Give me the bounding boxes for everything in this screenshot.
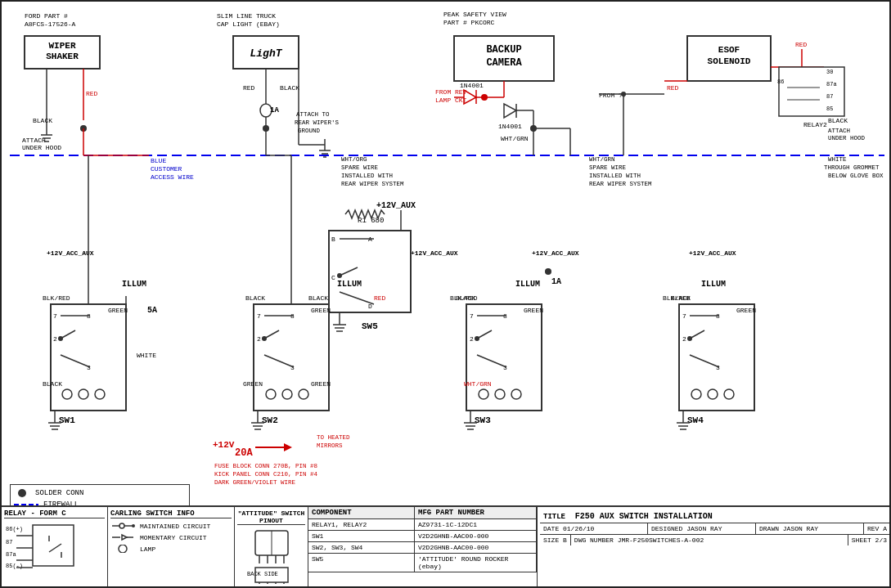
svg-text:GREEN: GREEN [524, 307, 543, 314]
svg-text:REAR WIPER SYSTEM: REAR WIPER SYSTEM [589, 181, 652, 187]
rev-label: REV [867, 525, 883, 532]
svg-point-75 [530, 125, 537, 132]
svg-point-26 [80, 125, 87, 132]
svg-point-254 [119, 545, 127, 553]
svg-text:8: 8 [716, 312, 720, 320]
comp-header-component: COMPONENT [308, 507, 415, 518]
svg-text:87a: 87a [6, 551, 16, 558]
svg-text:BELOW GLOVE BOX: BELOW GLOVE BOX [828, 173, 884, 179]
svg-rect-15 [687, 36, 771, 81]
svg-text:+12V_ACC_AUX: +12V_ACC_AUX [411, 249, 458, 257]
svg-line-157 [264, 330, 279, 339]
svg-point-140 [95, 389, 105, 399]
svg-point-39 [263, 125, 269, 132]
svg-text:FROM ??: FROM ?? [599, 92, 627, 99]
svg-text:8: 8 [87, 312, 91, 320]
svg-text:SW2: SW2 [262, 415, 278, 425]
svg-text:BLACK: BLACK [245, 294, 265, 302]
svg-point-206 [724, 389, 734, 399]
svg-text:86: 86 [777, 79, 784, 85]
svg-text:BLACK: BLACK [43, 380, 62, 388]
svg-text:SPARE WIRE: SPARE WIRE [589, 164, 627, 171]
svg-text:87: 87 [826, 93, 833, 100]
svg-text:CAMERA: CAMERA [486, 57, 522, 69]
svg-text:FORD PART #: FORD PART # [25, 12, 68, 20]
main-page: WIPER SHAKER FORD PART # A8FCS-17526-A L… [0, 0, 891, 588]
svg-line-111 [340, 267, 358, 276]
svg-text:ATTACH: ATTACH [828, 128, 850, 134]
svg-text:GREEN: GREEN [311, 307, 331, 314]
svg-text:ESOF: ESOF [718, 45, 740, 55]
svg-text:BLACK: BLACK [456, 294, 475, 302]
svg-text:GREEN: GREEN [108, 307, 128, 314]
lamp-label: LAMP [140, 545, 155, 553]
svg-text:FROM REV: FROM REV [435, 88, 467, 96]
svg-text:WHITE: WHITE [828, 156, 847, 163]
svg-point-36 [260, 104, 272, 117]
svg-text:D: D [368, 303, 372, 310]
carling-title: CARLING SWITCH INFO [110, 509, 232, 518]
dwg-value: JMR-F250SWITCHES-A-002 [618, 536, 704, 544]
title-label: TITLE [543, 513, 565, 521]
drawn-label: DRAWN [759, 525, 783, 532]
svg-text:SW5: SW5 [362, 321, 378, 331]
svg-text:+12V_ACC_AUX: +12V_ACC_AUX [532, 249, 579, 257]
svg-text:BACK SIDE: BACK SIDE [247, 571, 278, 577]
svg-text:2: 2 [257, 335, 261, 343]
svg-rect-10 [454, 36, 554, 81]
svg-text:3: 3 [716, 364, 720, 371]
svg-text:BLACK: BLACK [280, 84, 299, 92]
comp-row-1-part: AZ9731-1C-12DC1 [415, 519, 537, 530]
maintained-label: MAINTAINED CIRCUIT [140, 523, 210, 530]
svg-point-204 [691, 389, 701, 399]
svg-text:WHT/GRN: WHT/GRN [501, 135, 529, 142]
date-label: DATE [543, 525, 563, 532]
svg-text:ACCESS WIRE: ACCESS WIRE [151, 173, 194, 181]
svg-text:1A: 1A [270, 106, 279, 114]
svg-text:30: 30 [826, 69, 833, 75]
svg-text:GREEN: GREEN [243, 380, 263, 388]
svg-point-179 [475, 336, 479, 341]
svg-text:+12V_AUX: +12V_AUX [376, 201, 416, 210]
svg-text:BLACK: BLACK [308, 294, 328, 302]
svg-text:BACKUP: BACKUP [486, 44, 521, 56]
svg-text:THROUGH GROMMET: THROUGH GROMMET [824, 164, 880, 171]
svg-text:SHAKER: SHAKER [46, 52, 79, 61]
svg-line-203 [690, 355, 719, 367]
svg-text:WHITE: WHITE [137, 352, 156, 359]
svg-rect-151 [254, 304, 329, 411]
svg-text:RELAY2: RELAY2 [803, 121, 827, 128]
title-info-block: TITLE F250 AUX SWITCH INSTALLATION DATE … [538, 507, 891, 586]
svg-text:5A: 5A [147, 306, 157, 315]
svg-point-158 [262, 336, 267, 341]
momentary-label: MOMENTARY CIRCUIT [140, 534, 207, 541]
drawn-value: JASON RAY [783, 525, 818, 532]
relay-form-section: RELAY - FORM C 86(+) 87 87a 85(-) [2, 507, 108, 586]
sheet-label: SHEET [852, 536, 875, 544]
svg-text:3: 3 [87, 364, 91, 371]
diagram-area: WIPER SHAKER FORD PART # A8FCS-17526-A L… [2, 2, 891, 509]
svg-text:CAP LIGHT (EBAY): CAP LIGHT (EBAY) [217, 20, 280, 28]
attitude-section: "ATTITUDE" SWITCHPINOUT BACK SIDE BACK S… [235, 507, 308, 586]
svg-text:ILLUM: ILLUM [515, 280, 540, 289]
svg-text:A: A [368, 236, 372, 243]
svg-text:LAMP CKT: LAMP CKT [435, 97, 467, 104]
svg-text:BLK/RED: BLK/RED [450, 294, 478, 302]
size-label: SIZE [543, 536, 563, 544]
svg-text:85(-): 85(-) [6, 563, 23, 569]
svg-text:TO HEATED: TO HEATED [317, 434, 350, 441]
comp-row-3-part: V2D2GHNB-AAC00-000 [415, 542, 537, 553]
svg-line-201 [690, 330, 704, 339]
svg-line-113 [340, 292, 374, 304]
svg-text:2: 2 [53, 335, 57, 343]
dwg-label: DWG NUMBER [574, 536, 618, 544]
svg-text:UNDER HOOD: UNDER HOOD [828, 135, 866, 141]
svg-text:RED: RED [795, 41, 808, 48]
svg-text:20A: 20A [235, 447, 253, 459]
svg-text:ILLUM: ILLUM [701, 280, 726, 289]
svg-text:REAR WIPER SYSTEM: REAR WIPER SYSTEM [341, 181, 404, 187]
svg-line-245 [49, 544, 61, 552]
svg-rect-239 [33, 525, 74, 566]
svg-point-112 [337, 273, 342, 278]
component-table: COMPONENT MFG PART NUMBER RELAY1, RELAY2… [308, 507, 538, 586]
